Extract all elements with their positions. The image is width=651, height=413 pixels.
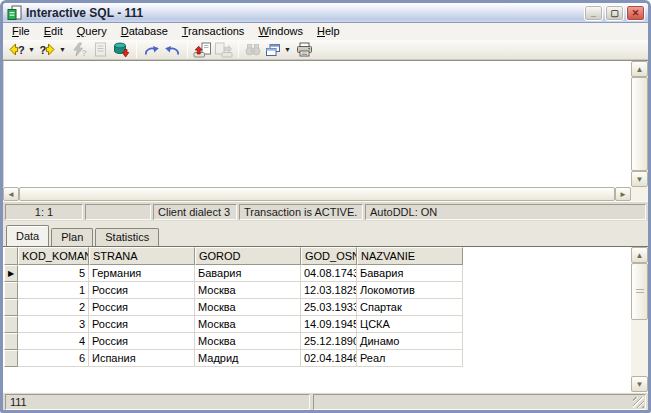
cursor-position: 1: 1 [5, 204, 83, 220]
interactive-sql-window: Interactive SQL - 111 _ ▢ ✕ FileEditQuer… [0, 0, 651, 413]
grid-scroll-down-icon[interactable]: ▼ [631, 376, 648, 392]
cell-god_osn[interactable]: 02.04.1846 [301, 350, 357, 367]
table-row[interactable]: 2РоссияМосква25.03.1933Спартак [4, 299, 631, 316]
sql-editor[interactable] [3, 61, 631, 187]
cell-god_osn[interactable]: 04.08.1743 [301, 265, 357, 282]
table-row[interactable]: ▶5ГерманияБавария04.08.1743Бавария [4, 265, 631, 282]
cell-god_osn[interactable]: 25.12.1890 [301, 333, 357, 350]
minimize-button[interactable]: _ [584, 5, 603, 21]
cell-strana[interactable]: Испания [89, 350, 195, 367]
table-row[interactable]: 6ИспанияМадрид02.04.1846Реал [4, 350, 631, 367]
menu-file[interactable]: File [5, 24, 37, 39]
resize-grip[interactable] [633, 397, 644, 408]
next-query-button[interactable]: ?▼ [38, 40, 69, 59]
editor-hscroll-thumb[interactable] [19, 187, 615, 201]
cell-gorod[interactable]: Москва [195, 299, 301, 316]
maximize-button[interactable]: ▢ [605, 5, 624, 21]
cell-kod_komandi[interactable]: 5 [18, 265, 89, 282]
grid-vscroll-thumb[interactable] [631, 263, 648, 320]
row-selector[interactable] [4, 333, 18, 350]
svg-text:?: ? [18, 44, 25, 56]
table-row[interactable]: 3РоссияМосква14.09.1945ЦСКА [4, 316, 631, 333]
grid-vertical-scrollbar[interactable]: ▲ ▼ [631, 247, 648, 392]
grid-vscroll-track[interactable] [631, 320, 648, 376]
menu-help[interactable]: Help [310, 24, 347, 39]
cell-nazvanie[interactable]: ЦСКА [357, 316, 463, 333]
cell-kod_komandi[interactable]: 6 [18, 350, 89, 367]
cell-nazvanie[interactable]: Динамо [357, 333, 463, 350]
row-selector[interactable] [4, 299, 18, 316]
save-script-button [213, 40, 234, 59]
windows-list-button[interactable]: ▼ [264, 40, 294, 59]
title-bar[interactable]: Interactive SQL - 111 _ ▢ ✕ [3, 3, 648, 23]
column-header-gorod[interactable]: GOROD [195, 247, 301, 265]
menu-transactions[interactable]: Transactions [175, 24, 252, 39]
cell-nazvanie[interactable]: Бавария [357, 265, 463, 282]
menu-edit[interactable]: Edit [37, 24, 70, 39]
scroll-right-icon[interactable]: ► [615, 187, 631, 201]
column-header-kod_komandi[interactable]: KOD_KOMANDI [18, 247, 89, 265]
row-selector[interactable] [4, 316, 18, 333]
column-header-god_osn[interactable]: GOD_OSN [301, 247, 357, 265]
undo-icon [164, 43, 181, 57]
cell-strana[interactable]: Россия [89, 299, 195, 316]
cell-god_osn[interactable]: 12.03.1825 [301, 282, 357, 299]
scroll-up-icon[interactable]: ▲ [631, 61, 648, 77]
cell-strana[interactable]: Германия [89, 265, 195, 282]
cell-gorod[interactable]: Москва [195, 316, 301, 333]
autoddl-status: AutoDDL: ON [365, 204, 646, 220]
cell-strana[interactable]: Россия [89, 316, 195, 333]
cell-gorod[interactable]: Бавария [195, 265, 301, 282]
scrollbar-corner [631, 187, 648, 201]
cell-nazvanie[interactable]: Спартак [357, 299, 463, 316]
column-header-strana[interactable]: STRANA [89, 247, 195, 265]
cell-god_osn[interactable]: 25.03.1933 [301, 299, 357, 316]
toolbar-separator [238, 42, 239, 58]
table-row[interactable]: 1РоссияМосква12.03.1825Локомотив [4, 282, 631, 299]
grid-corner[interactable] [4, 247, 18, 265]
cell-nazvanie[interactable]: Реал [357, 350, 463, 367]
editor-horizontal-scrollbar[interactable]: ◄ ► [3, 187, 648, 201]
scroll-down-icon[interactable]: ▼ [631, 171, 648, 187]
previous-query-button[interactable]: ?▼ [7, 40, 38, 59]
menu-windows[interactable]: Windows [251, 24, 310, 39]
tab-statistics[interactable]: Statistics [95, 228, 159, 246]
cell-nazvanie[interactable]: Локомотив [357, 282, 463, 299]
cell-god_osn[interactable]: 14.09.1945 [301, 316, 357, 333]
grid-scroll-up-icon[interactable]: ▲ [631, 247, 648, 263]
print-button[interactable] [294, 40, 315, 59]
row-selector[interactable] [4, 350, 18, 367]
current-row-arrow-icon: ▶ [8, 270, 14, 278]
editor-vertical-scrollbar[interactable]: ▲ ▼ [631, 61, 648, 187]
row-selector-current[interactable]: ▶ [4, 265, 18, 282]
close-button[interactable]: ✕ [626, 5, 645, 21]
cell-kod_komandi[interactable]: 3 [18, 316, 89, 333]
undo-button[interactable] [162, 40, 183, 59]
cell-kod_komandi[interactable]: 1 [18, 282, 89, 299]
app-icon [7, 5, 23, 21]
windows-list-dropdown-icon[interactable]: ▼ [282, 46, 293, 53]
cell-strana[interactable]: Россия [89, 282, 195, 299]
save-script-icon [214, 42, 233, 58]
editor-vscroll-thumb[interactable] [631, 77, 648, 171]
cell-gorod[interactable]: Мадрид [195, 350, 301, 367]
tab-plan[interactable]: Plan [51, 228, 93, 246]
cell-kod_komandi[interactable]: 4 [18, 333, 89, 350]
menu-query[interactable]: Query [70, 24, 114, 39]
cell-gorod[interactable]: Москва [195, 282, 301, 299]
scroll-left-icon[interactable]: ◄ [3, 187, 19, 201]
previous-query-dropdown-icon[interactable]: ▼ [26, 46, 37, 53]
tab-data[interactable]: Data [6, 225, 49, 246]
cell-kod_komandi[interactable]: 2 [18, 299, 89, 316]
column-header-nazvanie[interactable]: NAZVANIE [357, 247, 463, 265]
cell-gorod[interactable]: Москва [195, 333, 301, 350]
menu-database[interactable]: Database [114, 24, 175, 39]
load-script-button[interactable] [192, 40, 213, 59]
svg-text:?: ? [39, 44, 46, 56]
next-query-dropdown-icon[interactable]: ▼ [57, 46, 68, 53]
redo-button[interactable] [141, 40, 162, 59]
cell-strana[interactable]: Россия [89, 333, 195, 350]
row-selector[interactable] [4, 282, 18, 299]
table-row[interactable]: 4РоссияМосква25.12.1890Динамо [4, 333, 631, 350]
commit-button[interactable] [111, 40, 132, 59]
